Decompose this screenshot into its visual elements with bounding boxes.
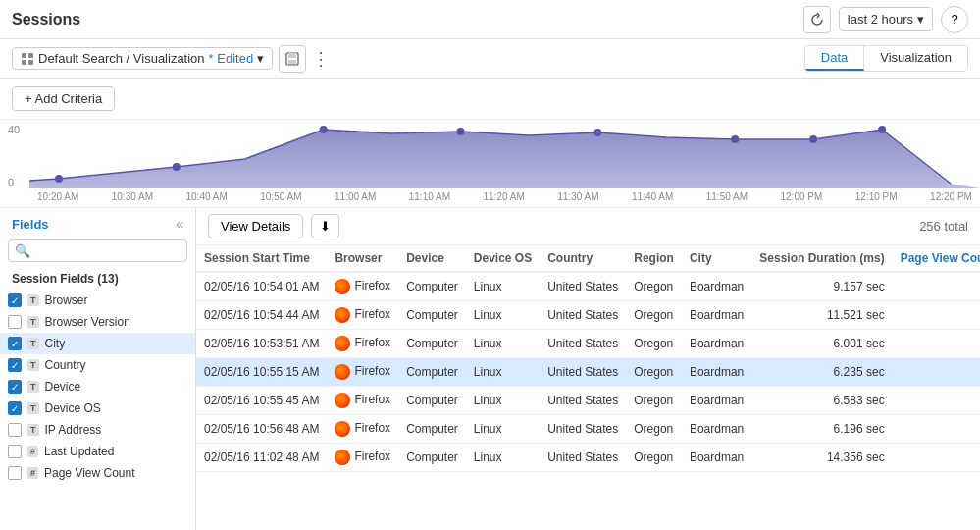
- country-checkbox[interactable]: ✓: [8, 358, 22, 372]
- cell-browser: Firefox: [327, 387, 398, 415]
- sidebar-search-input[interactable]: [34, 244, 181, 258]
- svg-rect-1: [28, 53, 33, 58]
- chart-svg: [29, 120, 980, 188]
- city-checkbox[interactable]: ✓: [8, 337, 22, 350]
- search-box[interactable]: 🔍: [8, 239, 187, 262]
- device-type-icon: T: [27, 381, 39, 393]
- field-item-page-view-count[interactable]: # Page View Count: [0, 462, 195, 484]
- tab-visualization[interactable]: Visualization: [864, 46, 967, 71]
- field-item-browser-version[interactable]: T Browser Version: [0, 311, 195, 333]
- collapse-sidebar-button[interactable]: «: [176, 216, 183, 232]
- last-updated-label: Last Updated: [44, 445, 114, 458]
- refresh-icon: [810, 13, 824, 26]
- field-item-device-os[interactable]: ✓ T Device OS: [0, 398, 195, 419]
- cell-region: Oregon: [626, 358, 682, 387]
- browser-version-checkbox[interactable]: [8, 315, 22, 329]
- x-label-11: 12:10 PM: [855, 191, 898, 202]
- col-page-view-count[interactable]: Page View Count ▾: [893, 245, 980, 272]
- svg-point-14: [878, 126, 886, 133]
- col-device-os[interactable]: Device OS: [466, 245, 540, 272]
- col-city[interactable]: City: [682, 245, 751, 272]
- col-session-start[interactable]: Session Start Time: [196, 245, 327, 272]
- app-title: Sessions: [12, 11, 80, 28]
- main-content: Fields « 🔍 Session Fields (13) ✓ T Brows…: [0, 208, 980, 530]
- table-row[interactable]: 02/05/16 10:55:45 AM Firefox Computer Li…: [196, 387, 980, 415]
- col-region[interactable]: Region: [626, 245, 682, 272]
- table-row[interactable]: 02/05/16 10:55:15 AM Firefox Computer Li…: [196, 358, 980, 387]
- add-criteria-button[interactable]: + Add Criteria: [12, 86, 115, 111]
- field-item-ip-address[interactable]: T IP Address: [0, 419, 195, 441]
- firefox-icon: [335, 279, 350, 294]
- save-button[interactable]: [279, 45, 306, 73]
- sidebar: Fields « 🔍 Session Fields (13) ✓ T Brows…: [0, 208, 196, 530]
- last-updated-checkbox[interactable]: [8, 445, 22, 458]
- cell-country: United States: [540, 387, 626, 415]
- cell-country: United States: [540, 358, 626, 387]
- cell-city: Boardman: [682, 444, 751, 472]
- cell-duration: 6.001 sec: [751, 330, 892, 358]
- table-row[interactable]: 02/05/16 10:56:48 AM Firefox Computer Li…: [196, 415, 980, 444]
- time-range-selector[interactable]: last 2 hours ▾: [839, 7, 933, 31]
- top-bar-controls: last 2 hours ▾ ?: [803, 6, 968, 33]
- cell-duration: 11.521 sec: [751, 301, 892, 330]
- ip-address-checkbox[interactable]: [8, 423, 22, 437]
- search-viz-icon: [21, 52, 34, 66]
- download-button[interactable]: ⬇: [311, 214, 339, 238]
- criteria-row: + Add Criteria: [0, 79, 980, 120]
- cell-city: Boardman: [682, 358, 751, 387]
- device-os-checkbox[interactable]: ✓: [8, 401, 22, 415]
- cell-pvc: 4: [893, 415, 980, 444]
- table-row[interactable]: 02/05/16 10:54:44 AM Firefox Computer Li…: [196, 301, 980, 330]
- col-country[interactable]: Country: [540, 245, 626, 272]
- tab-data[interactable]: Data: [805, 46, 864, 71]
- cell-device-os: Linux: [466, 387, 540, 415]
- toolbar-row: Default Search / Visualization * Edited …: [0, 39, 980, 79]
- x-label-8: 11:40 AM: [632, 191, 673, 202]
- refresh-button[interactable]: [803, 6, 831, 33]
- field-item-country[interactable]: ✓ T Country: [0, 354, 195, 376]
- col-session-duration[interactable]: Session Duration (ms): [751, 245, 892, 272]
- x-label-2: 10:40 AM: [186, 191, 228, 202]
- field-item-browser[interactable]: ✓ T Browser: [0, 290, 195, 311]
- field-item-last-updated[interactable]: # Last Updated: [0, 441, 195, 462]
- cell-city: Boardman: [682, 330, 751, 358]
- page-view-count-checkbox[interactable]: [8, 466, 22, 480]
- more-options-button[interactable]: ⋮: [312, 48, 330, 70]
- table-row[interactable]: 02/05/16 10:53:51 AM Firefox Computer Li…: [196, 330, 980, 358]
- cell-city: Boardman: [682, 272, 751, 301]
- chart-area: 40 0 10:20 AM 10:30 AM 10:40 AM 10:50 AM…: [0, 120, 980, 208]
- cell-city: Boardman: [682, 387, 751, 415]
- view-details-button[interactable]: View Details: [208, 214, 303, 238]
- field-item-city[interactable]: ✓ T City: [0, 333, 195, 354]
- cell-region: Oregon: [626, 301, 682, 330]
- help-button[interactable]: ?: [941, 6, 968, 33]
- x-label-7: 11:30 AM: [557, 191, 598, 202]
- search-viz-selector[interactable]: Default Search / Visualization * Edited …: [12, 47, 273, 70]
- firefox-icon: [335, 393, 350, 408]
- device-label: Device: [45, 380, 81, 394]
- table-row[interactable]: 02/05/16 11:02:48 AM Firefox Computer Li…: [196, 444, 980, 472]
- page-view-count-label: Page View Count: [44, 466, 135, 480]
- cell-city: Boardman: [682, 301, 751, 330]
- cell-device-os: Linux: [466, 358, 540, 387]
- cell-country: United States: [540, 272, 626, 301]
- device-checkbox[interactable]: ✓: [8, 380, 22, 394]
- cell-device: Computer: [398, 330, 466, 358]
- firefox-icon: [335, 421, 350, 437]
- data-toolbar-left: View Details ⬇: [208, 214, 339, 238]
- help-label: ?: [951, 12, 957, 26]
- chart-x-labels: 10:20 AM 10:30 AM 10:40 AM 10:50 AM 11:0…: [29, 191, 980, 202]
- table-header-row: Session Start Time Browser Device Device…: [196, 245, 980, 272]
- download-icon: ⬇: [320, 219, 331, 234]
- total-count: 256 total: [919, 219, 968, 234]
- dropdown-arrow-icon: ▾: [257, 51, 264, 66]
- col-device[interactable]: Device: [398, 245, 466, 272]
- app-title-container: Sessions: [12, 11, 80, 28]
- field-item-device[interactable]: ✓ T Device: [0, 376, 195, 398]
- x-label-12: 12:20 PM: [930, 191, 972, 202]
- table-row[interactable]: 02/05/16 10:54:01 AM Firefox Computer Li…: [196, 272, 980, 301]
- svg-point-9: [320, 126, 328, 133]
- col-browser[interactable]: Browser: [327, 245, 398, 272]
- cell-pvc: 4: [893, 387, 980, 415]
- browser-checkbox[interactable]: ✓: [8, 293, 22, 307]
